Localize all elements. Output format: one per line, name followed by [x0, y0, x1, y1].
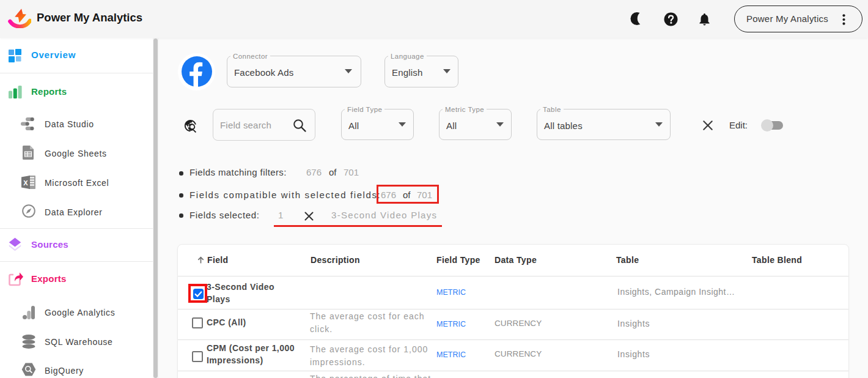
- svg-text:X: X: [23, 179, 28, 187]
